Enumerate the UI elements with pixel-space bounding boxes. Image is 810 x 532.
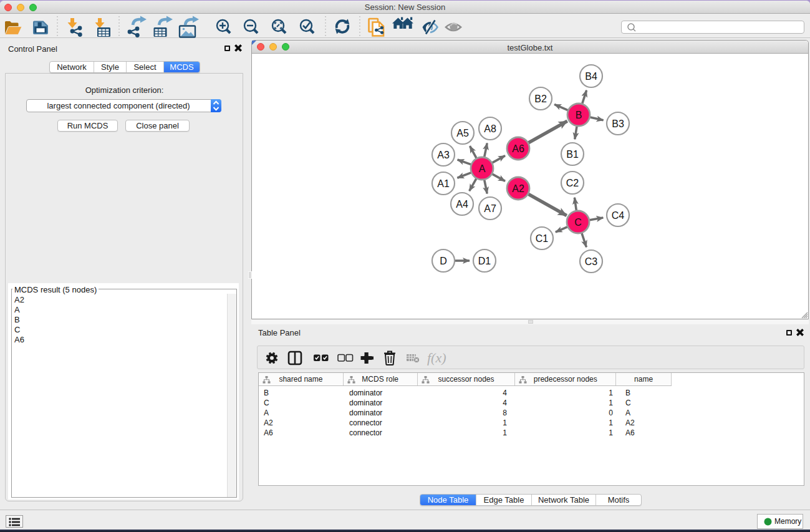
svg-text:C: C [574,217,582,228]
svg-text:A3: A3 [437,150,450,160]
svg-text:B: B [576,110,582,120]
svg-text:A1: A1 [437,178,450,189]
svg-text:C1: C1 [536,233,549,244]
svg-text:A6: A6 [512,143,524,154]
svg-text:C3: C3 [585,256,598,267]
svg-text:B4: B4 [585,71,597,82]
svg-text:D: D [440,256,447,266]
svg-text:B2: B2 [534,94,547,104]
svg-text:C4: C4 [612,210,625,221]
svg-text:A2: A2 [512,183,524,194]
svg-text:C2: C2 [566,178,579,188]
svg-text:B3: B3 [612,118,624,129]
svg-text:B1: B1 [566,149,579,160]
svg-text:A8: A8 [484,123,496,134]
svg-text:A7: A7 [484,203,496,214]
svg-text:D1: D1 [478,256,491,266]
svg-text:A5: A5 [456,128,469,138]
svg-text:A4: A4 [456,199,468,210]
svg-text:A: A [479,163,486,174]
svg-text:f(x): f(x) [427,350,446,365]
